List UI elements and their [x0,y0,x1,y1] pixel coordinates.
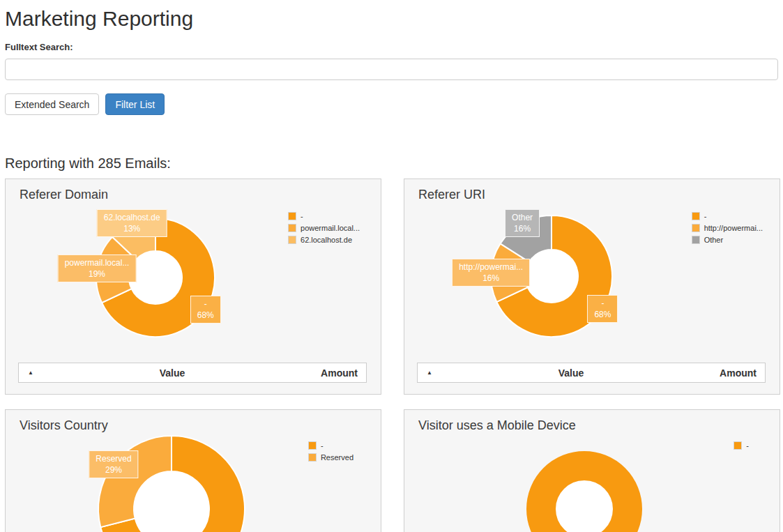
chart-legend: -Reserved [308,439,354,463]
legend-item[interactable]: Reserved [308,451,354,463]
fulltext-search-input[interactable] [5,59,778,80]
sort-caret-icon[interactable]: ▲ [19,370,43,376]
filter-list-button[interactable]: Filter List [105,93,165,115]
slice-label-value: 62.localhost.de [104,212,160,223]
slice-label-value: Reserved [96,453,131,464]
legend-label: Reserved [321,453,354,462]
legend-label: Other [704,236,724,244]
slice-data-label: powermail.local...19% [58,254,137,282]
slice-label-value: - [594,298,611,309]
legend-swatch-icon [288,236,296,244]
slice-data-label: 62.localhost.de13% [97,209,167,237]
legend-swatch-icon [733,441,742,450]
legend-item[interactable]: - [308,439,354,451]
panel-referer-uri: Referer URI -http://powermai...Other ▲ V… [404,178,780,395]
column-header-value[interactable]: Value [441,367,701,379]
slice-data-label: -68% [190,296,221,324]
column-header-amount[interactable]: Amount [302,367,366,379]
result-table-header: ▲ Value Amount [18,363,367,383]
legend-item[interactable]: - [288,210,360,222]
panel-title: Visitor uses a Mobile Device [418,418,576,433]
legend-item[interactable]: powermail.local... [288,222,360,234]
legend-item[interactable]: - [733,439,749,451]
legend-label: - [301,212,303,220]
slice-label-pct: 19% [65,268,130,280]
slice-label-value: - [197,298,214,310]
slice-data-label: -68% [587,295,618,323]
legend-item[interactable]: - [692,210,763,222]
slice-label-pct: 68% [594,309,611,320]
slice-label-value: powermail.local... [65,257,130,268]
legend-swatch-icon [288,224,296,232]
legend-swatch-icon [308,441,317,450]
legend-item[interactable]: Other [692,234,763,245]
sort-caret-icon[interactable]: ▲ [418,370,441,376]
slice-label-pct: 16% [459,273,523,284]
legend-label: - [746,441,749,450]
slice-label-pct: 13% [104,223,160,234]
chart-legend: -http://powermai...Other [692,210,763,245]
slice-label-pct: 68% [197,310,214,321]
legend-swatch-icon [288,212,296,220]
legend-item[interactable]: http://powermai... [692,222,763,234]
panel-title: Referer Domain [20,188,108,202]
column-header-value[interactable]: Value [43,367,302,379]
legend-label: http://powermai... [704,224,763,232]
report-panels-grid: Referer Domain -powermail.local...62.loc… [5,178,778,532]
panel-title: Referer URI [418,188,485,202]
panel-visitors-country: Visitors Country -Reserved Reserved29% [5,409,381,532]
legend-item[interactable]: 62.localhost.de [288,234,360,245]
slice-data-label: Other16% [505,209,540,237]
slice-label-pct: 16% [512,223,533,234]
panel-title: Visitors Country [20,418,108,433]
legend-label: 62.localhost.de [301,236,352,244]
legend-swatch-icon [692,224,700,232]
chart-legend: - [733,439,749,451]
fulltext-search-label: Fulltext Search: [5,42,778,52]
legend-label: - [321,441,324,450]
slice-label-value: http://powermai... [459,261,523,273]
slice-label-value: Other [512,212,533,223]
panel-mobile-device: Visitor uses a Mobile Device - [404,409,780,532]
legend-swatch-icon [692,236,700,244]
legend-label: powermail.local... [301,224,360,232]
panel-referer-domain: Referer Domain -powermail.local...62.loc… [5,178,381,395]
legend-swatch-icon [308,453,317,462]
slice-data-label: http://powermai...16% [452,259,530,287]
marketing-reporting-page: Marketing Reporting Fulltext Search: Ext… [0,6,783,532]
search-buttons: Extended Search Filter List [5,93,778,115]
extended-search-button[interactable]: Extended Search [5,93,99,115]
result-table-header: ▲ Value Amount [417,363,766,383]
column-header-amount[interactable]: Amount [701,367,765,379]
legend-label: - [704,212,707,220]
page-title: Marketing Reporting [5,6,778,32]
chart-legend: -powermail.local...62.localhost.de [288,210,360,245]
slice-label-pct: 29% [96,464,131,476]
legend-swatch-icon [692,212,700,220]
slice-data-label: Reserved29% [89,450,138,478]
reporting-heading: Reporting with 285 Emails: [5,155,778,172]
